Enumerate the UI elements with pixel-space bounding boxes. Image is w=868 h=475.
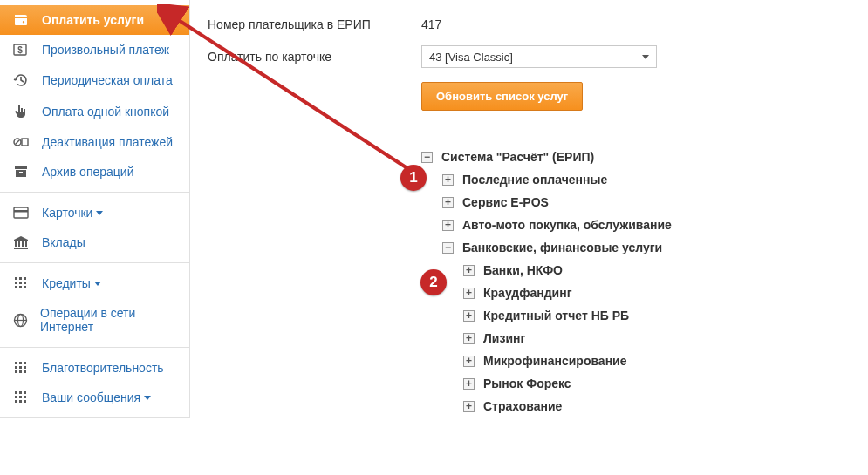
label-card: Оплатить по карточке	[208, 50, 421, 64]
tree-node-auto[interactable]: + Авто-мото покупка, обслуживание	[442, 214, 859, 236]
sidebar-item-periodic[interactable]: Периодическая оплата	[0, 64, 189, 96]
svg-text:$: $	[17, 45, 23, 55]
services-tree: − Система "Расчёт" (ЕРИП) + Последние оп…	[421, 146, 859, 417]
svg-rect-18	[24, 286, 26, 288]
svg-rect-6	[16, 170, 26, 177]
deactivate-icon	[12, 135, 30, 149]
expand-icon[interactable]: +	[463, 265, 475, 276]
sidebar-item-internet-ops[interactable]: Операции в сети Интернет	[0, 298, 189, 342]
value-payer: 417	[421, 17, 441, 31]
sidebar-item-one-button[interactable]: Оплата одной кнопкой	[0, 96, 189, 127]
svg-rect-8	[14, 207, 28, 218]
svg-rect-16	[15, 286, 17, 288]
sidebar-label: Произвольный платеж	[42, 43, 169, 57]
sidebar-item-free-payment[interactable]: $ Произвольный платеж	[0, 35, 189, 64]
svg-rect-34	[15, 396, 17, 398]
tree-node-insurance[interactable]: + Страхование	[463, 395, 859, 417]
tree-node-credit-report[interactable]: + Кредитный отчет НБ РБ	[463, 304, 859, 327]
svg-rect-5	[15, 166, 27, 169]
tree-children-level1: + Последние оплаченные + Сервис E-POS + …	[442, 168, 859, 417]
select-card[interactable]: 43 [Visa Classic]	[421, 45, 657, 68]
row-update: Обновить список услуг	[208, 82, 859, 111]
tree-root[interactable]: − Система "Расчёт" (ЕРИП)	[421, 146, 859, 168]
expand-icon[interactable]: +	[463, 401, 475, 412]
svg-rect-36	[24, 396, 26, 398]
svg-rect-17	[19, 286, 22, 288]
sidebar: Оплатить услуги $ Произвольный платеж Пе…	[0, 0, 190, 418]
expand-icon[interactable]: +	[463, 288, 475, 299]
sidebar-label: Оплатить услуги	[42, 13, 144, 27]
tree-label: Система "Расчёт" (ЕРИП)	[441, 150, 594, 164]
sidebar-item-archive[interactable]: Архив операций	[0, 157, 189, 187]
tree-label: Авто-мото покупка, обслуживание	[462, 218, 672, 232]
expand-icon[interactable]: +	[463, 310, 475, 322]
sidebar-label: Вклады	[42, 235, 85, 249]
callout-1: 1	[400, 165, 427, 191]
tree-node-banking[interactable]: − Банковские, финансовые услуги	[442, 236, 859, 259]
sidebar-label: Ваши сообщения	[42, 390, 140, 404]
row-payer: Номер плательщика в ЕРИП 417	[208, 17, 859, 31]
svg-rect-30	[24, 370, 26, 373]
tree-children-level2: + Банки, НКФО + Краудфандинг + Кредитный…	[463, 259, 859, 417]
tree-label: Страхование	[483, 399, 562, 413]
sidebar-item-cards[interactable]: Карточки	[0, 198, 189, 227]
svg-rect-38	[19, 400, 22, 403]
sidebar-item-charity[interactable]: Благотворительность	[0, 353, 189, 383]
sidebar-item-credits[interactable]: Кредиты	[0, 268, 189, 298]
tree-node-banks[interactable]: + Банки, НКФО	[463, 259, 859, 282]
expand-icon[interactable]: +	[442, 197, 454, 208]
svg-rect-22	[15, 362, 17, 364]
svg-line-3	[16, 140, 20, 145]
tree-node-microfinance[interactable]: + Микрофинансирование	[463, 349, 859, 372]
grid-icon	[12, 276, 30, 290]
tree-label: Кредитный отчет НБ РБ	[483, 309, 629, 322]
sidebar-item-deactivation[interactable]: Деактивация платежей	[0, 127, 189, 157]
svg-rect-24	[24, 362, 26, 364]
sidebar-group-payments: Оплатить услуги $ Произвольный платеж Пе…	[0, 0, 189, 193]
tree-node-forex[interactable]: + Рынок Форекс	[463, 372, 859, 395]
tree-node-last-paid[interactable]: + Последние оплаченные	[442, 168, 859, 191]
svg-rect-26	[19, 366, 22, 369]
sidebar-label: Деактивация платежей	[42, 135, 173, 149]
svg-rect-28	[15, 370, 17, 373]
svg-rect-7	[19, 172, 23, 173]
hand-icon	[12, 104, 30, 119]
svg-rect-9	[14, 210, 28, 213]
expand-icon[interactable]: +	[463, 378, 475, 390]
svg-rect-25	[15, 366, 17, 369]
tree-label: Последние оплаченные	[462, 173, 607, 187]
card-icon	[12, 207, 30, 219]
history-icon	[12, 72, 30, 88]
sidebar-item-deposits[interactable]: Вклады	[0, 227, 189, 257]
bank-icon	[12, 235, 30, 249]
callout-2: 2	[420, 269, 447, 295]
svg-rect-13	[15, 282, 17, 284]
tree-label: Банковские, финансовые услуги	[462, 241, 662, 254]
svg-rect-33	[24, 391, 26, 394]
sidebar-label: Карточки	[42, 206, 92, 220]
svg-rect-15	[24, 282, 26, 284]
svg-rect-37	[15, 400, 17, 403]
tree-node-epos[interactable]: + Сервис E-POS	[442, 191, 859, 214]
expand-icon[interactable]: +	[463, 333, 475, 344]
collapse-icon[interactable]: −	[421, 152, 433, 163]
tree-node-crowd[interactable]: + Краудфандинг	[463, 282, 859, 304]
sidebar-group-accounts: Карточки Вклады	[0, 193, 189, 263]
svg-rect-10	[15, 277, 17, 280]
tree-node-leasing[interactable]: + Лизинг	[463, 327, 859, 349]
grid-icon	[12, 361, 30, 375]
expand-icon[interactable]: +	[442, 220, 454, 231]
main-content: Номер плательщика в ЕРИП 417 Оплатить по…	[190, 0, 868, 435]
sidebar-group-credits: Кредиты Операции в сети Интернет	[0, 263, 189, 348]
sidebar-item-pay-services[interactable]: Оплатить услуги	[0, 5, 189, 35]
svg-rect-32	[19, 391, 22, 394]
svg-rect-29	[19, 370, 22, 373]
svg-rect-12	[24, 277, 26, 280]
sidebar-label: Архив операций	[42, 165, 134, 179]
collapse-icon[interactable]: −	[442, 242, 454, 254]
expand-icon[interactable]: +	[442, 174, 454, 186]
archive-icon	[12, 165, 30, 179]
sidebar-item-messages[interactable]: Ваши сообщения	[0, 383, 189, 412]
update-services-button[interactable]: Обновить список услуг	[421, 82, 583, 111]
expand-icon[interactable]: +	[463, 356, 475, 367]
